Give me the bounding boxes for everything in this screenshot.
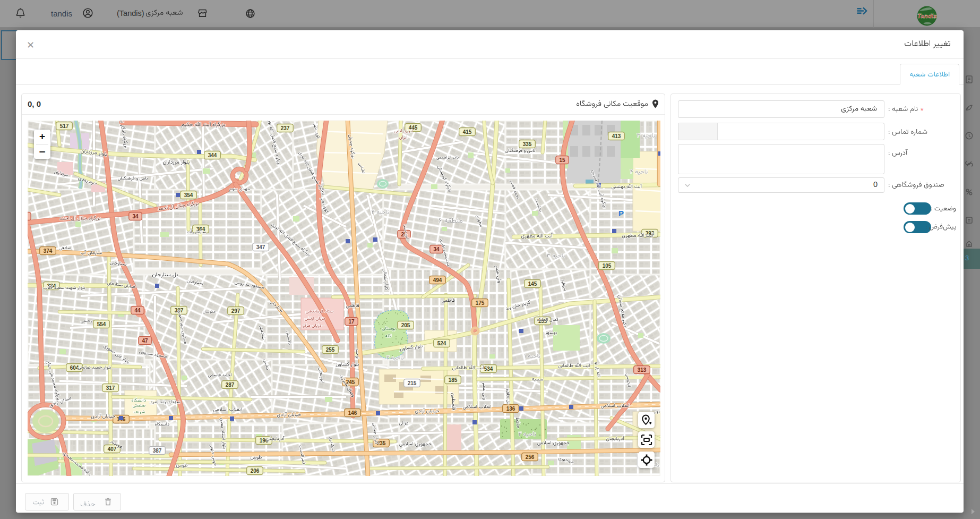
svg-text:255: 255 [326,347,335,353]
svg-text:206: 206 [251,468,260,474]
svg-text:237: 237 [281,125,290,131]
svg-text:215: 215 [408,380,417,386]
svg-text:34: 34 [132,214,139,219]
svg-text:105: 105 [603,263,612,269]
svg-text:415: 415 [463,129,472,135]
svg-text:256: 256 [526,454,535,460]
svg-text:136: 136 [506,406,515,412]
svg-text:185: 185 [449,377,458,383]
svg-text:534: 534 [484,366,493,372]
svg-text:47: 47 [142,338,148,344]
svg-text:354: 354 [184,192,193,198]
svg-text:205: 205 [401,322,410,328]
svg-text:524: 524 [437,341,446,346]
svg-text:287: 287 [226,382,235,388]
svg-text:387: 387 [153,448,162,454]
svg-text:146: 146 [348,410,357,416]
svg-text:344: 344 [208,152,217,158]
svg-text:313: 313 [638,367,647,373]
svg-text:347: 347 [256,244,265,250]
svg-text:Tandis: Tandis [917,13,937,19]
svg-text:554: 554 [97,321,106,327]
svg-text:413: 413 [612,133,621,139]
svg-text:517: 517 [60,123,69,129]
svg-text:P: P [618,209,624,218]
svg-text:494: 494 [433,277,442,283]
svg-text:317: 317 [106,385,115,391]
svg-text:15: 15 [559,157,565,163]
svg-text:17: 17 [348,319,355,325]
svg-text:44: 44 [134,308,141,313]
svg-text:297: 297 [231,308,240,314]
svg-text:145: 145 [528,281,537,287]
svg-text:374: 374 [44,248,53,254]
svg-text:175: 175 [476,300,485,306]
